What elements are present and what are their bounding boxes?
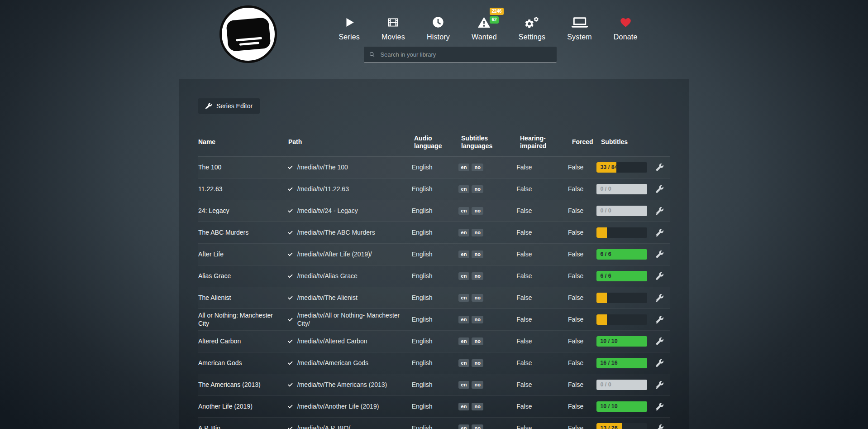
table-row: 24: Legacy /media/tv/24 - Legacy English… xyxy=(198,200,670,222)
wrench-icon[interactable] xyxy=(656,185,663,193)
language-badge: no xyxy=(472,164,483,171)
audio-language: English xyxy=(412,228,458,236)
subtitles-progress-bar: 0 / 0 xyxy=(596,184,647,194)
table-row: 11.22.63 /media/tv/11.22.63 English enno… xyxy=(198,178,670,200)
forced-value: False xyxy=(568,294,596,302)
language-badge: no xyxy=(472,316,483,323)
nav-item-label: System xyxy=(567,33,592,41)
audio-language: English xyxy=(412,315,458,323)
language-badge: no xyxy=(472,381,483,389)
series-path-text: /media/tv/The 100 xyxy=(297,163,348,171)
film-icon xyxy=(386,16,400,29)
subtitles-progress-bar: 16 / 16 xyxy=(596,358,647,368)
progress-label: 10 / 10 xyxy=(600,401,617,412)
table-row: Altered Carbon /media/tv/Altered Carbon … xyxy=(198,331,670,352)
series-name[interactable]: The ABC Murders xyxy=(198,229,248,236)
series-name[interactable]: All or Nothing: Manchester City xyxy=(198,312,273,327)
wrench-icon[interactable] xyxy=(656,337,663,345)
subtitles-progress-bar: 10 / 10 xyxy=(596,401,647,412)
series-name[interactable]: A.P. Bio xyxy=(198,424,220,429)
progress-label: 0 / 0 xyxy=(600,184,611,194)
subtitles-progress-bar: 0 / 0 xyxy=(596,380,647,390)
nav-item-donate[interactable]: Donate xyxy=(603,13,649,41)
language-badge: no xyxy=(472,403,483,410)
series-name[interactable]: Altered Carbon xyxy=(198,337,241,345)
series-path-text: /media/tv/The Americans (2013) xyxy=(297,381,387,389)
audio-language: English xyxy=(412,272,458,280)
series-name[interactable]: 24: Legacy xyxy=(198,207,229,214)
series-path-text: /media/tv/Alias Grace xyxy=(297,272,358,280)
subtitles-languages: enno xyxy=(458,381,517,389)
check-icon xyxy=(287,404,293,410)
wrench-icon[interactable] xyxy=(656,381,663,389)
language-badge: en xyxy=(458,381,470,389)
forced-value: False xyxy=(568,163,596,171)
nav-item-system[interactable]: System xyxy=(556,13,603,41)
wrench-icon[interactable] xyxy=(656,207,663,215)
header-nav-area: Series Movies History 224662 Wanted Sett… xyxy=(328,5,648,63)
forced-value: False xyxy=(568,207,596,215)
hearing-impaired-value: False xyxy=(516,359,568,367)
hearing-impaired-value: False xyxy=(516,250,568,258)
nav-item-settings[interactable]: Settings xyxy=(508,13,556,41)
nav-item-wanted[interactable]: 224662 Wanted xyxy=(461,13,508,41)
gears-icon xyxy=(524,16,540,29)
series-path: /media/tv/The Alienist xyxy=(287,294,412,302)
forced-value: False xyxy=(568,359,596,367)
heart-icon xyxy=(619,16,632,29)
table-body: The 100 /media/tv/The 100 English enno F… xyxy=(198,157,670,429)
wrench-icon[interactable] xyxy=(656,403,663,410)
library-search[interactable] xyxy=(364,47,557,63)
language-badge: en xyxy=(458,337,470,345)
series-name[interactable]: Alias Grace xyxy=(198,272,231,280)
nav-item-label: Wanted xyxy=(472,33,497,41)
wrench-icon[interactable] xyxy=(656,272,663,280)
audio-language: English xyxy=(412,294,458,302)
hearing-impaired-value: False xyxy=(516,337,568,345)
check-icon xyxy=(287,273,293,279)
check-icon xyxy=(287,295,293,301)
bazarr-logo[interactable] xyxy=(219,5,277,63)
nav-item-label: Series xyxy=(339,33,360,41)
language-badge: en xyxy=(458,294,470,302)
hearing-impaired-value: False xyxy=(516,207,568,215)
wrench-icon[interactable] xyxy=(656,294,663,302)
nav-item-movies[interactable]: Movies xyxy=(371,13,416,41)
forced-value: False xyxy=(568,337,596,345)
column-header-path: Path xyxy=(288,138,414,146)
column-header-progress: Subtitles xyxy=(601,138,661,146)
series-name[interactable]: The Americans (2013) xyxy=(198,381,261,388)
nav-item-series[interactable]: Series xyxy=(328,13,371,41)
series-name[interactable]: The Alienist xyxy=(198,294,231,301)
bazarr-app: Series Movies History 224662 Wanted Sett… xyxy=(0,0,868,429)
wrench-icon[interactable] xyxy=(656,251,663,258)
language-badge: en xyxy=(458,207,470,215)
series-name[interactable]: 11.22.63 xyxy=(198,185,222,193)
wrench-icon[interactable] xyxy=(656,359,663,367)
forced-value: False xyxy=(568,402,596,410)
check-icon xyxy=(287,360,293,366)
audio-language: English xyxy=(412,163,458,171)
subtitles-progress-bar: 13 / 26 xyxy=(596,423,647,429)
search-input[interactable] xyxy=(379,51,552,58)
progress-fill xyxy=(596,293,606,303)
series-name[interactable]: The 100 xyxy=(198,164,221,171)
series-name[interactable]: After Life xyxy=(198,251,224,258)
wrench-icon[interactable] xyxy=(656,316,663,323)
nav-item-history[interactable]: History xyxy=(416,13,461,41)
wrench-icon[interactable] xyxy=(656,424,663,429)
series-name[interactable]: Another Life (2019) xyxy=(198,403,253,410)
series-name[interactable]: American Gods xyxy=(198,359,242,366)
language-badge: en xyxy=(458,424,470,429)
wrench-icon[interactable] xyxy=(656,229,663,236)
main-nav: Series Movies History 224662 Wanted Sett… xyxy=(328,13,648,41)
table-row: A.P. Bio /media/tv/A.P. BIO/ English enn… xyxy=(198,418,670,429)
series-editor-button[interactable]: Series Editor xyxy=(198,98,260,114)
subtitles-progress-bar: 0 / 0 xyxy=(596,206,647,216)
progress-label: 33 / 84 xyxy=(600,162,617,173)
audio-language: English xyxy=(412,337,458,345)
hearing-impaired-value: False xyxy=(516,315,568,323)
wrench-icon[interactable] xyxy=(656,164,663,171)
table-header-row: NamePathAudio languageSubtitles language… xyxy=(198,133,670,157)
subtitles-languages: enno xyxy=(458,207,517,215)
